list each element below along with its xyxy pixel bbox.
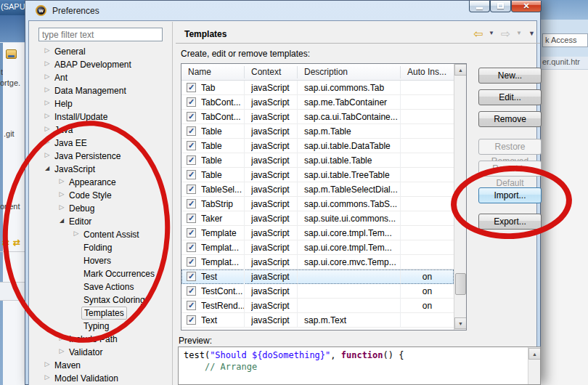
table-row[interactable]: ✓TabCont...javaScriptsap.me.TabContainer: [181, 95, 454, 110]
collapsed-arrow-icon[interactable]: ▷: [43, 73, 52, 80]
code-segment-plain: ,: [330, 350, 340, 360]
cell-description: sap.ui.table.Table: [304, 155, 401, 166]
table-row[interactable]: ✓Templat...javaScriptsap.ui.core.tmpl.Te…: [181, 240, 454, 255]
column-header-name[interactable]: Name: [181, 67, 245, 77]
collapsed-arrow-icon[interactable]: ▷: [57, 177, 66, 185]
row-checkbox[interactable]: ✓: [187, 126, 196, 136]
cell-name: Test: [201, 272, 245, 282]
remove-button[interactable]: Remove: [478, 111, 542, 127]
collapsed-arrow-icon[interactable]: ▷: [57, 347, 66, 354]
column-separator: [400, 299, 401, 313]
pane-sash[interactable]: [172, 22, 173, 385]
row-checkbox[interactable]: ✓: [187, 272, 196, 281]
preview-box[interactable]: test("Should ${doSomething}", function()…: [178, 346, 541, 385]
quick-access-box[interactable]: k Access: [542, 33, 588, 47]
collapsed-arrow-icon[interactable]: ▷: [43, 125, 52, 132]
row-checkbox[interactable]: ✓: [187, 228, 196, 238]
collapsed-arrow-icon[interactable]: ▷: [57, 334, 66, 341]
scroll-up-icon[interactable]: ▲: [454, 64, 467, 76]
table-row[interactable]: ✓TestCont...javaScripton: [181, 284, 454, 299]
cell-name: TabCont...: [201, 97, 245, 108]
import-button[interactable]: Import...: [478, 187, 542, 203]
row-checkbox[interactable]: ✓: [187, 170, 196, 179]
table-row[interactable]: ✓TablejavaScriptsap.m.Table: [181, 124, 454, 139]
edit-button[interactable]: Edit...: [478, 89, 542, 105]
table-row[interactable]: ✓TableSel...javaScriptsap.m.TableSelectD…: [181, 182, 454, 197]
table-header: NameContextDescriptionAuto Ins...: [181, 64, 466, 81]
templates-table[interactable]: NameContextDescriptionAuto Ins... ✓Tabja…: [181, 63, 467, 331]
back-arrow-icon[interactable]: ⇦: [473, 27, 483, 41]
column-separator: [297, 313, 298, 328]
view-menu-icon[interactable]: ▼: [528, 30, 535, 37]
table-scrollbar[interactable]: ▲ ▼: [454, 64, 466, 330]
revert-to-default-button: Revert to Default: [478, 161, 542, 177]
maximize-icon: [497, 3, 504, 9]
close-button[interactable]: ✕: [511, 1, 542, 12]
new-button[interactable]: New...: [478, 68, 542, 84]
table-row[interactable]: ✓TestjavaScripton: [181, 270, 454, 284]
expanded-arrow-icon[interactable]: ◢: [57, 217, 66, 224]
row-checkbox[interactable]: ✓: [187, 112, 196, 121]
table-row[interactable]: ✓TablejavaScriptsap.ui.table.DataTable: [181, 139, 454, 153]
tree-item-label: Validator: [67, 346, 105, 358]
row-checkbox[interactable]: ✓: [187, 214, 196, 223]
column-separator: [244, 124, 245, 139]
dialog-titlebar[interactable]: w Preferences: [26, 1, 539, 20]
tree-item-label: Debug: [67, 203, 97, 214]
table-row[interactable]: ✓Templat...javaScriptsap.ui.core.mvc.Tem…: [181, 255, 454, 270]
preview-scrollbar[interactable]: ▲: [528, 347, 540, 384]
table-row[interactable]: ✓TextjavaScriptsap.m.Text: [181, 313, 454, 328]
collapsed-arrow-icon[interactable]: ▷: [43, 151, 52, 158]
row-checkbox[interactable]: ✓: [187, 155, 196, 165]
row-checkbox[interactable]: ✓: [187, 286, 196, 296]
row-checkbox[interactable]: ✓: [187, 199, 196, 208]
table-row[interactable]: ✓TabCont...javaScriptsap.ca.ui.TabContai…: [181, 110, 454, 124]
table-row[interactable]: ✓TabStripjavaScriptsap.ui.commons.TabS..…: [181, 197, 454, 211]
row-checkbox[interactable]: ✓: [187, 97, 196, 107]
maximize-button[interactable]: [490, 1, 511, 12]
table-row[interactable]: ✓TemplatejavaScriptsap.ui.core.tmpl.Tem.…: [181, 226, 454, 240]
collapsed-arrow-icon[interactable]: ▷: [43, 373, 52, 381]
back-dropdown-icon[interactable]: ▼: [489, 30, 494, 36]
collapsed-arrow-icon[interactable]: ▷: [72, 230, 81, 237]
scroll-down-icon[interactable]: ▼: [454, 317, 467, 329]
scroll-up-icon[interactable]: ▲: [528, 348, 541, 360]
cell-context: javaScript: [251, 170, 298, 180]
table-row[interactable]: ✓TakerjavaScriptsap.suite.ui.commons...: [181, 211, 454, 226]
table-row[interactable]: ✓TestRend...javaScripton: [181, 299, 454, 313]
collapsed-arrow-icon[interactable]: ▷: [57, 203, 66, 211]
collapsed-arrow-icon[interactable]: ▷: [57, 190, 66, 198]
expanded-arrow-icon[interactable]: ◢: [43, 165, 52, 171]
cell-description: sap.ui.commons.TabS...: [304, 199, 401, 209]
table-row[interactable]: ✓TabjavaScriptsap.ui.commons.Tab: [181, 81, 454, 95]
collapsed-arrow-icon[interactable]: ▷: [43, 99, 52, 106]
collapsed-arrow-icon[interactable]: ▷: [43, 86, 52, 93]
column-separator: [400, 168, 401, 182]
column-separator: [400, 313, 401, 328]
row-checkbox[interactable]: ✓: [187, 141, 196, 150]
row-checkbox[interactable]: ✓: [187, 301, 196, 310]
column-header-description[interactable]: Description: [298, 67, 401, 77]
forward-arrow-icon[interactable]: ⇨: [501, 27, 510, 41]
row-checkbox[interactable]: ✓: [187, 257, 196, 267]
row-checkbox[interactable]: ✓: [187, 83, 196, 92]
collapsed-arrow-icon[interactable]: ▷: [43, 112, 52, 119]
row-checkbox[interactable]: ✓: [187, 185, 196, 194]
scrollbar-thumb[interactable]: [455, 273, 466, 295]
forward-dropdown-icon[interactable]: ▼: [516, 30, 522, 36]
filter-input[interactable]: [38, 28, 163, 41]
collapsed-arrow-icon[interactable]: ▷: [43, 60, 52, 67]
export-button[interactable]: Export...: [478, 214, 542, 230]
collapsed-arrow-icon[interactable]: ▷: [43, 360, 52, 368]
row-checkbox[interactable]: ✓: [187, 315, 196, 325]
collapsed-arrow-icon[interactable]: ▷: [43, 46, 52, 54]
minimize-button[interactable]: [469, 1, 490, 12]
tree-item-label: Install/Update: [52, 111, 110, 123]
column-header-context[interactable]: Context: [245, 67, 298, 77]
collapsed-arrow-icon[interactable]: ▷: [43, 138, 52, 145]
background-panel: [0, 282, 25, 301]
table-row[interactable]: ✓TablejavaScriptsap.ui.table.TreeTable: [181, 168, 454, 182]
column-header-auto-ins[interactable]: Auto Ins...: [401, 67, 454, 77]
row-checkbox[interactable]: ✓: [187, 243, 196, 252]
table-row[interactable]: ✓TablejavaScriptsap.ui.table.Table: [181, 153, 454, 168]
